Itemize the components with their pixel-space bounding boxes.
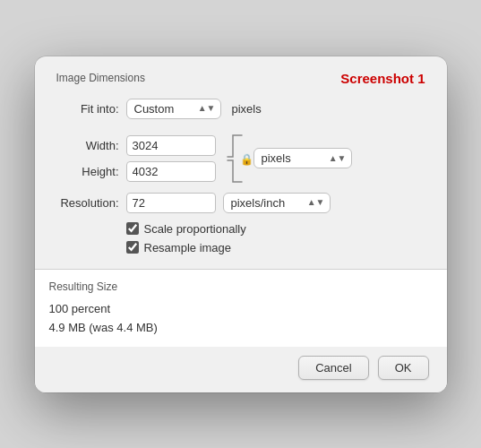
fit-select-wrapper: Custom 640 x 480 800 x 600 1024 x 768 12… xyxy=(126,99,221,119)
lock-icon: 🔒 xyxy=(240,152,253,165)
pixel-unit-select-wrapper: pixels inches cm mm ▲▼ xyxy=(253,148,352,168)
resample-image-checkbox[interactable] xyxy=(126,241,139,254)
height-row: Height: xyxy=(56,161,216,182)
scale-proportionally-label: Scale proportionally xyxy=(144,222,246,236)
lock-icon-wrapper: 🔒 xyxy=(240,151,253,165)
checkboxes-section: Scale proportionally Resample image xyxy=(126,222,425,254)
resolution-input[interactable] xyxy=(126,193,216,213)
screenshot-title: Screenshot 1 xyxy=(340,71,425,86)
wh-fields: Width: Height: xyxy=(56,135,216,182)
fit-label: Fit into: xyxy=(56,102,119,116)
image-dimensions-dialog: Image Dimensions Screenshot 1 Fit into: … xyxy=(35,56,447,392)
height-label: Height: xyxy=(56,165,119,178)
size-mb: 4.9 MB (was 4.4 MB) xyxy=(49,321,425,334)
size-percent: 100 percent xyxy=(49,302,425,315)
cancel-button[interactable]: Cancel xyxy=(298,356,368,380)
width-row: Width: xyxy=(56,135,216,156)
lock-bracket: 🔒 xyxy=(221,132,248,185)
width-label: Width: xyxy=(56,139,119,152)
width-input[interactable] xyxy=(126,135,216,156)
fit-unit-label: pixels xyxy=(232,102,262,116)
resample-checkbox-row: Resample image xyxy=(126,241,425,254)
resulting-size-title: Resulting Size xyxy=(49,280,425,293)
resample-image-label: Resample image xyxy=(144,241,232,254)
resolution-row: Resolution: pixels/inch pixels/cm ▲▼ xyxy=(56,193,425,213)
header-row: Image Dimensions Screenshot 1 xyxy=(56,71,425,86)
resolution-label: Resolution: xyxy=(56,196,119,210)
section-title: Image Dimensions xyxy=(56,72,145,84)
fit-row: Fit into: Custom 640 x 480 800 x 600 102… xyxy=(56,99,425,119)
right-controls: pixels inches cm mm ▲▼ xyxy=(253,148,352,168)
scale-checkbox-row: Scale proportionally xyxy=(126,222,425,236)
pixel-unit-select[interactable]: pixels inches cm mm xyxy=(253,148,352,168)
fit-select[interactable]: Custom 640 x 480 800 x 600 1024 x 768 12… xyxy=(126,99,221,119)
resolution-unit-select-wrapper: pixels/inch pixels/cm ▲▼ xyxy=(223,193,331,213)
scale-proportionally-checkbox[interactable] xyxy=(126,222,139,235)
resulting-size-section: Resulting Size 100 percent 4.9 MB (was 4… xyxy=(35,269,447,347)
dimensions-unit-row: Width: Height: 🔒 xyxy=(56,132,425,185)
resolution-unit-select[interactable]: pixels/inch pixels/cm xyxy=(223,193,331,213)
ok-button[interactable]: OK xyxy=(378,356,429,380)
height-input[interactable] xyxy=(126,161,216,182)
dialog-body: Image Dimensions Screenshot 1 Fit into: … xyxy=(35,56,447,254)
dialog-footer: Cancel OK xyxy=(35,347,447,392)
